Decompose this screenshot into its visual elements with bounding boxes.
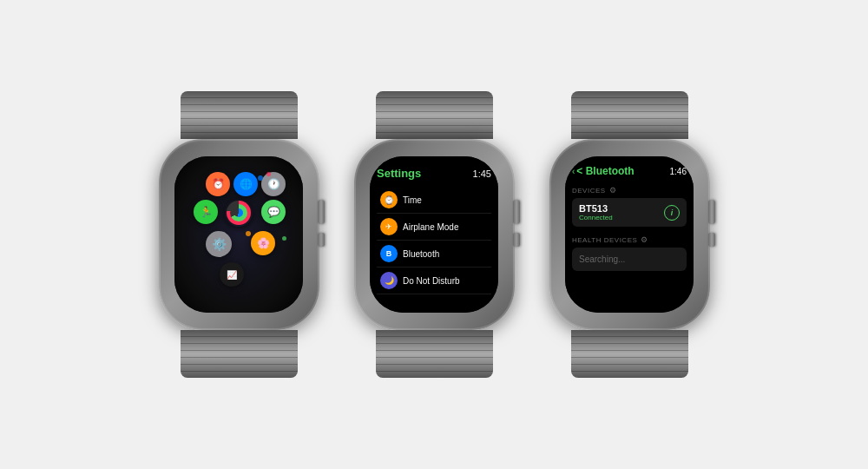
watch-apps: ⏰ 🌐 🕐 🏃	[159, 91, 319, 378]
bluetooth-screen: ‹ < Bluetooth 1:46 DEVICES ⚙ BT513 Conne…	[565, 156, 694, 313]
time-label: Time	[403, 195, 422, 205]
settings-header: Settings 1:45	[377, 167, 491, 180]
bt-device-info: BT513 Connected	[579, 203, 613, 221]
watch-case-bluetooth: ‹ < Bluetooth 1:46 DEVICES ⚙ BT513 Conne…	[549, 139, 710, 330]
stocks-icon[interactable]: 📈	[220, 262, 244, 287]
time-icon: ⌚	[380, 191, 398, 208]
dnd-icon: 🌙	[380, 272, 398, 289]
crown-button[interactable]	[318, 200, 325, 224]
watch-settings: Settings 1:45 ⌚ Time ✈ Airplane Mode	[354, 91, 515, 378]
app-grid: ⏰ 🌐 🕐 🏃	[187, 165, 291, 304]
bluetooth-icon: B	[380, 245, 398, 262]
back-arrow: ‹	[572, 167, 575, 176]
watch-bluetooth: ‹ < Bluetooth 1:46 DEVICES ⚙ BT513 Conne…	[549, 91, 710, 378]
bt-device-name: BT513	[579, 203, 613, 214]
bluetooth-screen-title: < Bluetooth	[576, 165, 634, 177]
settings-item-bluetooth[interactable]: B Bluetooth	[377, 241, 491, 268]
settings-item-airplane[interactable]: ✈ Airplane Mode	[377, 214, 491, 241]
airplane-icon: ✈	[380, 218, 398, 235]
airplane-label: Airplane Mode	[403, 222, 458, 232]
dnd-label: Do Not Disturb	[403, 276, 460, 286]
health-devices-section-label: HEALTH DEVICES ⚙	[572, 235, 687, 244]
bluetooth-label: Bluetooth	[403, 249, 439, 259]
watch-case-apps: ⏰ 🌐 🕐 🏃	[159, 139, 319, 330]
watch-screen-settings: Settings 1:45 ⌚ Time ✈ Airplane Mode	[370, 156, 498, 313]
side-button-2[interactable]	[513, 233, 520, 247]
watch-screen-bluetooth: ‹ < Bluetooth 1:46 DEVICES ⚙ BT513 Conne…	[565, 156, 694, 313]
settings-item-time[interactable]: ⌚ Time	[377, 187, 491, 214]
side-button[interactable]	[318, 233, 325, 247]
watch-case-settings: Settings 1:45 ⌚ Time ✈ Airplane Mode	[354, 139, 515, 330]
settings-title: Settings	[377, 167, 421, 180]
crown-button-3[interactable]	[708, 200, 715, 224]
settings-screen: Settings 1:45 ⌚ Time ✈ Airplane Mode	[370, 156, 498, 313]
bt-device-row[interactable]: BT513 Connected i	[572, 198, 687, 227]
activity-icon[interactable]: 🏃	[194, 200, 218, 224]
app-grid-screen: ⏰ 🌐 🕐 🏃	[174, 156, 303, 313]
crown-button-2[interactable]	[513, 200, 520, 224]
globe-icon[interactable]: 🌐	[233, 172, 258, 196]
bt-searching-status: Searching...	[572, 248, 687, 271]
alarm-icon[interactable]: ⏰	[206, 172, 230, 196]
watch-screen-apps: ⏰ 🌐 🕐 🏃	[174, 156, 303, 313]
clock-icon[interactable]: 🕐	[261, 172, 286, 196]
bluetooth-header: ‹ < Bluetooth 1:46	[572, 165, 687, 177]
settings-icon[interactable]: ⚙️	[206, 231, 232, 257]
side-button-3[interactable]	[708, 233, 715, 247]
devices-section-label: DEVICES ⚙	[572, 186, 687, 195]
messages-icon[interactable]: 💬	[261, 200, 286, 224]
settings-item-dnd[interactable]: 🌙 Do Not Disturb	[377, 268, 491, 294]
bt-device-status: Connected	[579, 214, 613, 221]
settings-time: 1:45	[473, 168, 491, 179]
bt-info-button[interactable]: i	[664, 205, 680, 221]
photos-icon[interactable]: 🌸	[251, 231, 275, 255]
rings-icon[interactable]	[224, 198, 253, 228]
bluetooth-time: 1:46	[670, 167, 687, 176]
back-button[interactable]: ‹ < Bluetooth	[572, 165, 635, 177]
